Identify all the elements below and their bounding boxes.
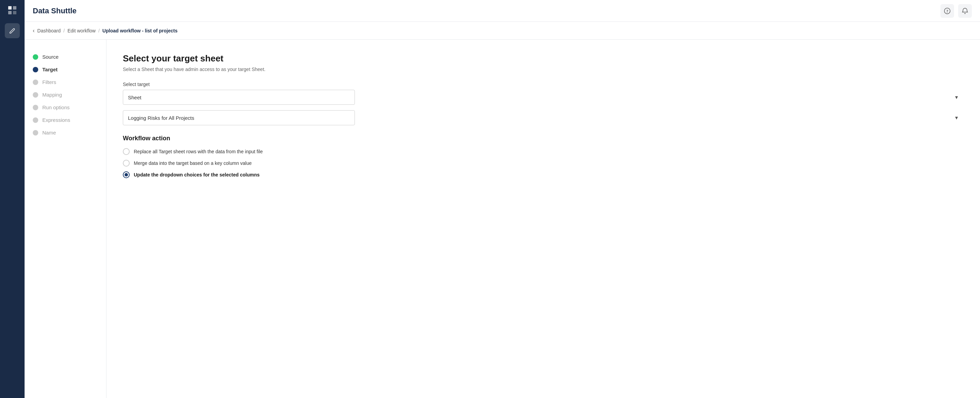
radio-merge[interactable]: Merge data into the target based on a ke… xyxy=(123,160,964,167)
sheet-type-select[interactable]: Sheet Report Dashboard xyxy=(123,90,355,105)
svg-rect-1 xyxy=(13,6,16,10)
step-dot-mapping xyxy=(33,92,38,98)
panel-title: Select your target sheet xyxy=(123,53,964,64)
breadcrumb: ‹ Dashboard / Edit workflow / Upload wor… xyxy=(33,28,177,34)
main-area: Data Shuttle ? ‹ Dashboard / Edit workfl… xyxy=(25,0,980,398)
step-dot-run-options xyxy=(33,105,38,110)
step-filters[interactable]: Filters xyxy=(33,76,98,88)
workflow-action-radio-group: Replace all Target sheet rows with the d… xyxy=(123,148,964,178)
step-label-run-options: Run options xyxy=(42,105,70,110)
breadcrumb-current: Upload workflow - list of projects xyxy=(102,28,177,33)
workflow-action-title: Workflow action xyxy=(123,135,964,142)
radio-circle-update-dropdown xyxy=(123,171,130,178)
topbar: Data Shuttle ? xyxy=(25,0,980,22)
sheet-type-arrow: ▼ xyxy=(954,94,959,100)
radio-replace[interactable]: Replace all Target sheet rows with the d… xyxy=(123,148,964,155)
breadcrumb-bar: ‹ Dashboard / Edit workflow / Upload wor… xyxy=(25,22,980,40)
step-dot-expressions xyxy=(33,118,38,123)
step-dot-name xyxy=(33,130,38,135)
step-label-source: Source xyxy=(42,54,59,60)
help-button[interactable]: ? xyxy=(940,4,954,18)
app-sidebar xyxy=(0,0,25,398)
breadcrumb-back-arrow[interactable]: ‹ xyxy=(33,28,35,34)
radio-circle-replace xyxy=(123,148,130,155)
step-target[interactable]: Target xyxy=(33,63,98,76)
breadcrumb-dashboard[interactable]: Dashboard xyxy=(37,28,61,33)
app-logo xyxy=(6,4,18,16)
step-source[interactable]: Source xyxy=(33,51,98,63)
project-wrapper: Logging Risks for All Projects Other Pro… xyxy=(123,110,964,125)
breadcrumb-edit-workflow[interactable]: Edit workflow xyxy=(68,28,95,33)
step-mapping[interactable]: Mapping xyxy=(33,88,98,101)
radio-label-merge: Merge data into the target based on a ke… xyxy=(134,161,252,166)
step-run-options[interactable]: Run options xyxy=(33,101,98,114)
breadcrumb-sep-2: / xyxy=(98,28,100,33)
select-target-label: Select target xyxy=(123,81,964,87)
step-label-expressions: Expressions xyxy=(42,117,70,123)
project-arrow: ▼ xyxy=(954,115,959,121)
step-label-filters: Filters xyxy=(42,79,56,85)
radio-label-update-dropdown: Update the dropdown choices for the sele… xyxy=(134,172,260,177)
edit-icon-button[interactable] xyxy=(5,23,20,38)
step-dot-target xyxy=(33,67,38,72)
svg-text:?: ? xyxy=(946,9,948,14)
svg-rect-2 xyxy=(8,11,11,14)
radio-update-dropdown[interactable]: Update the dropdown choices for the sele… xyxy=(123,171,964,178)
radio-label-replace: Replace all Target sheet rows with the d… xyxy=(134,149,263,154)
step-label-target: Target xyxy=(42,67,58,72)
step-expressions[interactable]: Expressions xyxy=(33,114,98,126)
step-label-name: Name xyxy=(42,130,56,135)
notification-button[interactable] xyxy=(958,4,972,18)
content-area: Source Target Filters Mapping Run option… xyxy=(25,40,980,398)
sheet-type-wrapper: Sheet Report Dashboard ▼ xyxy=(123,90,964,105)
topbar-actions: ? xyxy=(940,4,972,18)
step-dot-source xyxy=(33,54,38,60)
svg-rect-3 xyxy=(13,11,16,14)
breadcrumb-sep-1: / xyxy=(64,28,65,33)
svg-rect-0 xyxy=(8,6,11,10)
project-select[interactable]: Logging Risks for All Projects Other Pro… xyxy=(123,110,355,125)
step-name[interactable]: Name xyxy=(33,126,98,139)
step-label-mapping: Mapping xyxy=(42,92,62,98)
app-title: Data Shuttle xyxy=(33,6,76,15)
steps-sidebar: Source Target Filters Mapping Run option… xyxy=(25,40,107,398)
radio-circle-merge xyxy=(123,160,130,167)
main-panel: Select your target sheet Select a Sheet … xyxy=(107,40,980,398)
panel-subtitle: Select a Sheet that you have admin acces… xyxy=(123,67,964,72)
step-dot-filters xyxy=(33,80,38,85)
